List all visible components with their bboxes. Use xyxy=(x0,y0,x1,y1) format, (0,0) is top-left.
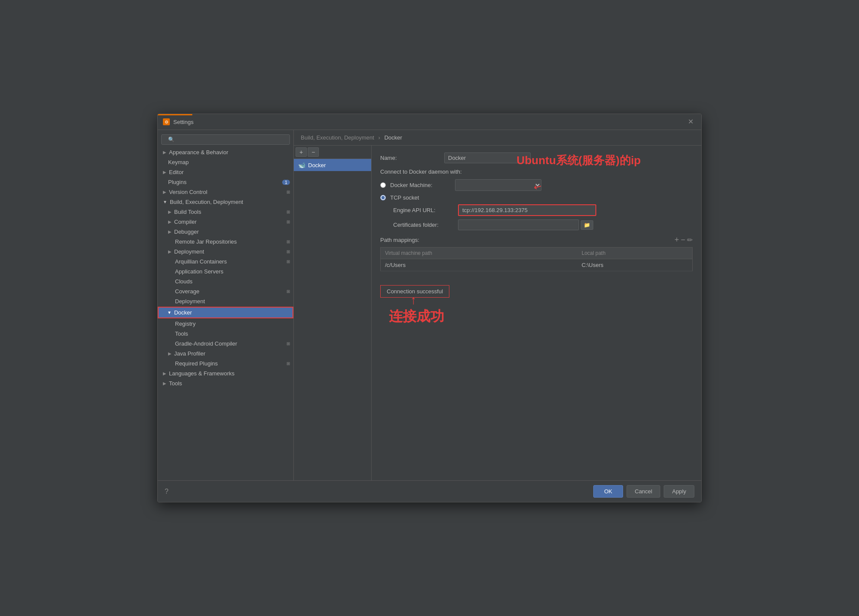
ext-icon: ⊞ xyxy=(286,239,290,244)
engine-api-url-input[interactable] xyxy=(458,204,596,216)
cert-folder-input[interactable] xyxy=(458,219,579,230)
table-row[interactable]: /c/Users C:\Users xyxy=(381,259,693,271)
ext-icon: ⊞ xyxy=(286,210,290,214)
sidebar-item-editor[interactable]: ▶ Editor xyxy=(158,167,293,177)
sidebar-item-coverage[interactable]: Coverage ⊞ xyxy=(158,286,293,296)
remove-docker-button[interactable]: − xyxy=(308,147,319,157)
sidebar-item-label: Docker xyxy=(174,309,192,316)
arrow-icon: ▶ xyxy=(168,249,172,254)
docker-list-toolbar: + − xyxy=(294,146,371,159)
arrow-icon: ▶ xyxy=(168,219,172,224)
vm-path-header: Virtual machine path xyxy=(381,248,577,259)
docker-machine-label: Docker Machine: xyxy=(390,182,451,188)
sidebar-item-label: Deployment xyxy=(175,298,205,305)
sidebar-item-label: Remote Jar Repositories xyxy=(175,238,237,245)
sidebar-item-label: Plugins xyxy=(168,179,187,185)
sidebar-item-debugger[interactable]: ▶ Debugger xyxy=(158,227,293,237)
annotation-text-success: 连接成功 xyxy=(389,307,693,326)
breadcrumb-sep: › xyxy=(378,134,380,141)
sidebar-item-label: Build, Execution, Deployment xyxy=(170,199,243,205)
plugins-badge: 1 xyxy=(282,180,290,185)
sidebar-item-deployment2[interactable]: Deployment xyxy=(158,296,293,306)
sidebar-item-app-servers[interactable]: Application Servers xyxy=(158,267,293,276)
sidebar-item-gradle-android[interactable]: Gradle-Android Compiler ⊞ xyxy=(158,339,293,349)
cert-folder-label: Certificates folder: xyxy=(393,222,454,228)
ext-icon: ⊞ xyxy=(286,190,290,194)
dialog-body: ▶ Appearance & Behavior Keymap ▶ Editor … xyxy=(158,130,701,480)
sidebar-item-build-tools[interactable]: ▶ Build Tools ⊞ xyxy=(158,207,293,217)
sidebar-item-appearance[interactable]: ▶ Appearance & Behavior xyxy=(158,147,293,157)
name-input[interactable] xyxy=(444,152,531,163)
arrow-icon: ▶ xyxy=(168,351,172,356)
sidebar-item-label: Keymap xyxy=(168,159,189,165)
arrow-icon: ▶ xyxy=(163,150,166,155)
apply-button[interactable]: Apply xyxy=(664,485,694,498)
sidebar-item-label: Version Control xyxy=(169,189,207,195)
local-path-cell: C:\Users xyxy=(577,259,693,271)
ok-button[interactable]: OK xyxy=(593,485,623,498)
cancel-button[interactable]: Cancel xyxy=(627,485,660,498)
path-edit-button[interactable]: ✏ xyxy=(687,236,693,244)
docker-machine-dropdown[interactable] xyxy=(455,179,541,191)
sidebar-item-languages[interactable]: ▶ Languages & Frameworks xyxy=(158,368,293,378)
sidebar-item-compiler[interactable]: ▶ Compiler ⊞ xyxy=(158,217,293,227)
sidebar-item-version-control[interactable]: ▶ Version Control ⊞ xyxy=(158,187,293,197)
sidebar-item-label: Debugger xyxy=(174,229,199,235)
engine-api-row: Engine API URL: xyxy=(380,204,693,216)
docker-instance-item[interactable]: 🐋 Docker xyxy=(294,159,371,171)
sidebar-item-build-exec[interactable]: ▼ Build, Execution, Deployment xyxy=(158,197,293,207)
sidebar-item-label: Tools xyxy=(169,380,182,387)
add-docker-button[interactable]: + xyxy=(296,147,307,157)
path-remove-button[interactable]: − xyxy=(681,235,685,244)
arrow-icon: ▶ xyxy=(168,210,172,214)
sidebar-item-required-plugins[interactable]: Required Plugins ⊞ xyxy=(158,359,293,368)
sidebar-item-tools[interactable]: Tools xyxy=(158,329,293,339)
ext-icon: ⊞ xyxy=(286,361,290,366)
engine-api-label: Engine API URL: xyxy=(393,207,454,213)
cert-folder-row: Certificates folder: 📁 xyxy=(380,219,693,230)
breadcrumb-parent: Build, Execution, Deployment xyxy=(301,134,374,141)
sidebar-item-registry[interactable]: Registry xyxy=(158,319,293,329)
sidebar-item-plugins[interactable]: Plugins 1 xyxy=(158,177,293,187)
sidebar-item-clouds[interactable]: Clouds xyxy=(158,276,293,286)
sidebar-item-deployment[interactable]: ▶ Deployment ⊞ xyxy=(158,247,293,257)
cert-folder-input-group: 📁 xyxy=(458,219,593,230)
docker-instances-list: 🐋 Docker xyxy=(294,159,371,480)
docker-machine-radio[interactable] xyxy=(380,182,386,188)
path-mappings-table: Virtual machine path Local path /c/Users… xyxy=(380,247,693,271)
path-add-button[interactable]: + xyxy=(674,235,679,244)
docker-list-panel: + − 🐋 Docker xyxy=(294,146,372,480)
annotation-arrow-success: ↑ xyxy=(410,293,693,307)
ext-icon: ⊞ xyxy=(286,259,290,264)
sidebar-item-label: Appearance & Behavior xyxy=(169,149,228,156)
sidebar-item-label: Compiler xyxy=(174,219,197,225)
sidebar-item-keymap[interactable]: Keymap xyxy=(158,157,293,167)
path-mappings-label: Path mappings: xyxy=(380,237,419,243)
path-mappings-section: Path mappings: + − ✏ Virtual machine pat… xyxy=(380,235,693,271)
docker-machine-row: Docker Machine: xyxy=(380,179,693,191)
sidebar-item-arquillian[interactable]: Arquillian Containers ⊞ xyxy=(158,257,293,267)
breadcrumb-current: Docker xyxy=(384,134,402,141)
main-content: Build, Execution, Deployment › Docker + … xyxy=(294,130,701,480)
local-path-header: Local path xyxy=(577,248,693,259)
help-icon[interactable]: ? xyxy=(165,488,169,495)
docker-config-panel: Name: Connect to Docker daemon with: Doc… xyxy=(372,146,701,480)
sidebar-item-label: Gradle-Android Compiler xyxy=(175,340,237,347)
close-button[interactable]: ✕ xyxy=(685,117,696,126)
sidebar-item-tools-top[interactable]: ▶ Tools xyxy=(158,378,293,388)
sidebar-item-java-profiler[interactable]: ▶ Java Profiler xyxy=(158,349,293,359)
content-area: + − 🐋 Docker Name: xyxy=(294,146,701,480)
sidebar-item-remote-jar[interactable]: Remote Jar Repositories ⊞ xyxy=(158,237,293,247)
search-input[interactable] xyxy=(161,134,290,145)
tcp-socket-row: TCP socket xyxy=(380,194,693,201)
cert-folder-browse-button[interactable]: 📁 xyxy=(581,220,593,230)
dialog-footer: ? OK Cancel Apply xyxy=(158,480,701,502)
ext-icon: ⊞ xyxy=(286,289,290,294)
sidebar-item-label: Clouds xyxy=(175,278,192,285)
sidebar-item-label: Arquillian Containers xyxy=(175,258,227,265)
tcp-socket-radio[interactable] xyxy=(380,195,386,200)
settings-dialog: ⚙ Settings ✕ ▶ Appearance & Behavior Key… xyxy=(157,114,702,502)
annotations: ↑ 连接成功 xyxy=(380,293,693,326)
sidebar-item-docker[interactable]: ▼ Docker xyxy=(158,307,293,318)
arrow-icon: ▶ xyxy=(163,190,166,194)
